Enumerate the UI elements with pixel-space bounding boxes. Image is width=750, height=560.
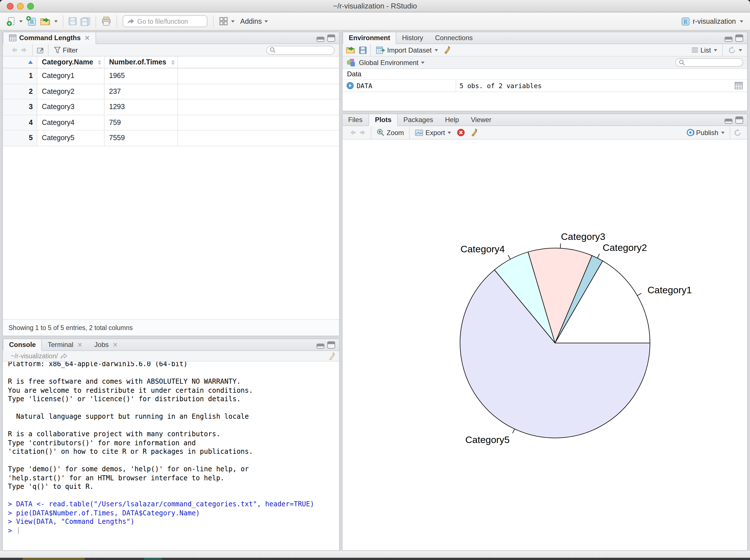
minimize-pane-icon[interactable]	[316, 344, 324, 349]
maximize-pane-icon[interactable]	[735, 116, 743, 124]
save-all-button[interactable]	[79, 16, 92, 27]
clear-broom-icon[interactable]	[443, 46, 451, 54]
table-cell: Category4	[37, 115, 104, 130]
tab-files[interactable]: Files	[342, 114, 369, 125]
project-selector-button[interactable]: R r-visualization	[678, 16, 746, 27]
pie-label-tick	[508, 255, 510, 259]
print-button[interactable]	[99, 15, 113, 27]
row-number-header[interactable]	[3, 57, 37, 68]
console-output[interactable]: Platform: x86_64-apple-darwin15.6.0 (64-…	[3, 362, 339, 551]
environment-object-row[interactable]: DATA 5 obs. of 2 variables	[342, 80, 747, 92]
publish-button[interactable]: Publish	[684, 127, 726, 138]
console-output-line: You are welcome to redistribute it under…	[8, 386, 339, 395]
remove-plot-icon[interactable]	[457, 128, 466, 137]
tab-terminal[interactable]: Terminal✕	[42, 339, 89, 351]
tab-environment[interactable]: Environment	[342, 32, 396, 44]
pane-layout-button[interactable]	[217, 15, 236, 27]
toolbar-separator	[370, 44, 371, 56]
viewer-search-input[interactable]	[266, 45, 335, 55]
tab-label: Files	[348, 116, 362, 124]
next-plot-icon[interactable]	[359, 129, 367, 136]
refresh-plot-icon[interactable]	[734, 128, 742, 137]
console-output-line: Type 'contributors()' for more informati…	[8, 439, 339, 447]
open-in-window-icon[interactable]	[36, 46, 45, 54]
maximize-pane-icon[interactable]	[735, 35, 743, 42]
project-name-label: r-visualization	[693, 17, 736, 25]
data-table-icon	[9, 35, 16, 41]
save-workspace-icon[interactable]	[359, 46, 367, 54]
goto-directory-icon[interactable]	[61, 353, 68, 359]
text-cursor	[18, 527, 19, 534]
goto-file-input[interactable]	[137, 18, 203, 25]
goto-file-search[interactable]	[123, 15, 208, 27]
table-cell: 3	[3, 99, 37, 115]
tab-connections[interactable]: Connections	[429, 32, 479, 43]
viewer-tab-label: Command Lengths	[19, 34, 81, 42]
object-name-cell: DATA	[342, 80, 456, 92]
viewer-toolbar: Filter	[3, 44, 339, 57]
open-file-button[interactable]	[38, 16, 59, 27]
filter-button[interactable]: Filter	[52, 45, 79, 55]
tab-packages[interactable]: Packages	[398, 114, 439, 125]
console-output-line: Platform: x86_64-apple-darwin15.6.0 (64-…	[8, 362, 339, 369]
pie-label: Category3	[561, 231, 605, 242]
maximize-pane-icon[interactable]	[327, 341, 335, 349]
import-dataset-button[interactable]: Import Dataset	[374, 45, 439, 55]
new-project-button[interactable]: R	[24, 15, 38, 28]
tab-command-lengths[interactable]: Command Lengths ✕	[3, 32, 96, 44]
new-file-button[interactable]	[4, 15, 24, 27]
zoom-window-button[interactable]	[27, 3, 34, 9]
viewer-status-bar: Showing 1 to 5 of 5 entries, 2 total col…	[3, 319, 339, 336]
tab-label: Help	[445, 116, 459, 124]
tab-viewer[interactable]: Viewer	[465, 114, 498, 125]
column-header-category-name[interactable]: Category.Name	[37, 57, 104, 68]
zoom-plot-button[interactable]: Zoom	[375, 127, 406, 138]
console-input-line: > View(DATA, "Command Lengths")	[8, 518, 339, 526]
search-icon	[270, 47, 276, 53]
tab-console[interactable]: Console	[3, 339, 42, 351]
list-view-button[interactable]: List	[690, 45, 719, 55]
export-plot-button[interactable]: Export	[413, 127, 453, 138]
save-button[interactable]	[67, 16, 79, 26]
global-environment-icon	[347, 58, 355, 67]
back-icon[interactable]	[9, 46, 18, 54]
r-project-icon: R	[681, 17, 690, 26]
tab-label: Viewer	[471, 116, 491, 124]
environment-scope-button[interactable]: Global Environment	[359, 59, 425, 66]
console-output-line	[8, 421, 339, 430]
table-cell: Category3	[37, 99, 104, 115]
tab-help[interactable]: Help	[439, 114, 465, 125]
previous-plot-icon[interactable]	[348, 129, 357, 136]
environment-search-input[interactable]	[675, 58, 743, 67]
close-icon[interactable]: ✕	[84, 34, 90, 42]
minimize-window-button[interactable]	[17, 3, 24, 9]
forward-icon[interactable]	[20, 46, 29, 54]
toolbar-separator	[371, 126, 371, 139]
tab-label: Jobs	[94, 341, 109, 349]
clear-plots-broom-icon[interactable]	[471, 128, 478, 137]
object-description: 5 obs. of 2 variables	[456, 82, 735, 89]
maximize-pane-icon[interactable]	[327, 35, 335, 42]
refresh-environment-button[interactable]	[726, 45, 744, 55]
tab-jobs[interactable]: Jobs✕	[89, 339, 124, 351]
minimize-pane-icon[interactable]	[725, 119, 732, 124]
import-dataset-icon	[376, 46, 386, 54]
close-icon[interactable]: ✕	[113, 341, 118, 348]
close-icon[interactable]: ✕	[77, 341, 82, 348]
zoom-label: Zoom	[387, 128, 404, 137]
minimize-pane-icon[interactable]	[725, 37, 732, 42]
close-window-button[interactable]	[7, 3, 14, 9]
open-folder-icon	[40, 17, 52, 26]
addins-button[interactable]: Addins	[238, 16, 270, 26]
column-header-number-of-times[interactable]: Number.of.Times	[104, 57, 178, 68]
expand-object-icon[interactable]	[347, 82, 354, 89]
tab-history[interactable]: History	[396, 32, 430, 43]
clear-console-broom-icon[interactable]	[328, 352, 336, 360]
tab-plots[interactable]: Plots	[369, 114, 398, 126]
console-output-line	[8, 491, 339, 500]
view-table-icon[interactable]	[735, 82, 743, 89]
pie-chart: Category1Category2Category3Category4Cate…	[342, 140, 747, 551]
load-workspace-icon[interactable]	[346, 46, 356, 54]
console-output-line: Type 'license()' or 'licence()' for dist…	[8, 395, 339, 404]
minimize-pane-icon[interactable]	[316, 37, 324, 42]
